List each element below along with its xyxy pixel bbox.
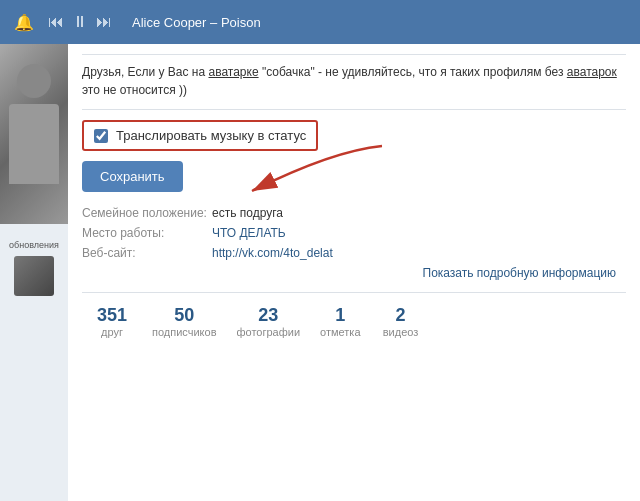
work-label: Место работы: bbox=[82, 226, 212, 240]
save-button[interactable]: Сохранить bbox=[82, 161, 183, 192]
website-row: Веб-сайт: http://vk.com/4to_delat bbox=[82, 246, 626, 260]
mini-avatar bbox=[14, 256, 54, 296]
family-value: есть подруга bbox=[212, 206, 283, 220]
family-row: Семейное положение: есть подруга bbox=[82, 206, 626, 220]
broadcast-checkbox-section[interactable]: Транслировать музыку в статус bbox=[82, 120, 318, 151]
track-title: Alice Cooper – Poison bbox=[132, 15, 261, 30]
stat-subscribers-number: 50 bbox=[174, 305, 194, 326]
profile-avatar bbox=[0, 44, 68, 224]
stat-photos-label: фотографии bbox=[237, 326, 301, 338]
main-content: обновления Друзья, Если у Вас на аватарк… bbox=[0, 44, 640, 501]
stat-videos-label: видеоз bbox=[383, 326, 419, 338]
pause-icon[interactable]: ⏸ bbox=[72, 13, 88, 31]
website-value[interactable]: http://vk.com/4to_delat bbox=[212, 246, 333, 260]
stat-friends-number: 351 bbox=[97, 305, 127, 326]
prev-icon[interactable]: ⏮ bbox=[48, 13, 64, 31]
stat-photos[interactable]: 23 фотографии bbox=[227, 305, 311, 338]
save-container: Сохранить bbox=[82, 161, 626, 192]
stat-marks-number: 1 bbox=[335, 305, 345, 326]
show-more-link[interactable]: Показать подробную информацию bbox=[82, 266, 626, 280]
stat-friends[interactable]: 351 друг bbox=[82, 305, 142, 338]
next-icon[interactable]: ⏭ bbox=[96, 13, 112, 31]
stat-videos-number: 2 bbox=[396, 305, 406, 326]
stat-marks-label: отметка bbox=[320, 326, 360, 338]
left-sidebar: обновления bbox=[0, 44, 68, 501]
bell-icon[interactable]: 🔔 bbox=[14, 13, 34, 32]
top-bar: 🔔 ⏮ ⏸ ⏭ Alice Cooper – Poison bbox=[0, 0, 640, 44]
stat-marks[interactable]: 1 отметка bbox=[310, 305, 370, 338]
stat-subscribers[interactable]: 50 подписчиков bbox=[142, 305, 227, 338]
sidebar-actions: обновления bbox=[0, 224, 68, 304]
avatar-image bbox=[0, 44, 68, 224]
status-text: Друзья, Если у Вас на аватарке "собачка"… bbox=[82, 54, 626, 110]
red-arrow-annotation bbox=[172, 141, 392, 211]
status-text-content: Друзья, Если у Вас на аватарке "собачка"… bbox=[82, 65, 617, 97]
stat-photos-number: 23 bbox=[258, 305, 278, 326]
work-value[interactable]: ЧТО ДЕЛАТЬ bbox=[212, 226, 286, 240]
mini-avatar-image bbox=[14, 256, 54, 296]
media-controls: ⏮ ⏸ ⏭ bbox=[48, 13, 112, 31]
family-label: Семейное положение: bbox=[82, 206, 212, 220]
updates-label: обновления bbox=[6, 240, 62, 250]
website-label: Веб-сайт: bbox=[82, 246, 212, 260]
broadcast-checkbox[interactable] bbox=[94, 129, 108, 143]
stat-subscribers-label: подписчиков bbox=[152, 326, 217, 338]
broadcast-label: Транслировать музыку в статус bbox=[116, 128, 306, 143]
stat-friends-label: друг bbox=[101, 326, 123, 338]
profile-content: Друзья, Если у Вас на аватарке "собачка"… bbox=[68, 44, 640, 501]
work-row: Место работы: ЧТО ДЕЛАТЬ bbox=[82, 226, 626, 240]
stat-videos[interactable]: 2 видеоз bbox=[371, 305, 431, 338]
stats-row: 351 друг 50 подписчиков 23 фотографии 1 … bbox=[82, 292, 626, 338]
